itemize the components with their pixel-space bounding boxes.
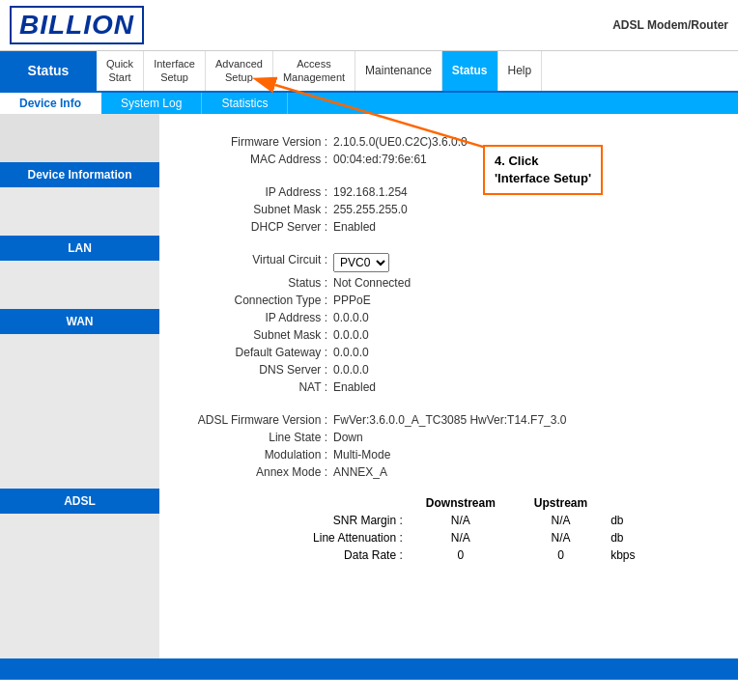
snr-row: SNR Margin : N/A N/A db xyxy=(252,512,645,529)
lan-dhcp-label: DHCP Server : xyxy=(179,220,333,234)
wan-vc-label: Virtual Circuit : xyxy=(179,253,333,272)
rate-up: 0 xyxy=(515,546,607,564)
nav-access-management[interactable]: Access Management xyxy=(273,51,355,91)
wan-dns-value: 0.0.0.0 xyxy=(333,363,369,377)
atten-up: N/A xyxy=(515,529,607,546)
lan-ip-value: 192.168.1.254 xyxy=(333,185,408,199)
wan-gateway-row: Default Gateway : 0.0.0.0 xyxy=(179,344,719,361)
atten-unit: db xyxy=(607,529,645,546)
nav-quick-start[interactable]: Quick Start xyxy=(97,51,144,91)
wan-status-row: Status : Not Connected xyxy=(179,274,719,292)
wan-dns-label: DNS Server : xyxy=(179,363,333,377)
wan-nat-label: NAT : xyxy=(179,380,333,394)
wan-conntype-value: PPPoE xyxy=(333,294,371,307)
lan-subnet-row: Subnet Mask : 255.255.255.0 xyxy=(179,201,719,218)
lan-dhcp-value: Enabled xyxy=(333,220,376,234)
adsl-annex-label: Annex Mode : xyxy=(179,465,333,479)
mac-value: 00:04:ed:79:6e:61 xyxy=(333,153,427,166)
rate-label: Data Rate : xyxy=(252,546,407,564)
device-type-label: ADSL Modem/Router xyxy=(612,18,728,32)
lan-dhcp-row: DHCP Server : Enabled xyxy=(179,218,719,236)
wan-vc-select[interactable]: PVC0PVC1PVC2 xyxy=(333,253,389,272)
snr-down: N/A xyxy=(407,512,515,529)
wan-status-label: Status : xyxy=(179,276,333,290)
footer xyxy=(0,658,738,680)
adsl-firmware-label: ADSL Firmware Version : xyxy=(179,413,333,427)
firmware-value: 2.10.5.0(UE0.C2C)3.6.0.0 xyxy=(333,135,468,149)
mac-row: MAC Address : 00:04:ed:79:6e:61 xyxy=(179,151,719,168)
adsl-modulation-value: Multi-Mode xyxy=(333,448,390,462)
adsl-firmware-row: ADSL Firmware Version : FwVer:3.6.0.0_A_… xyxy=(179,411,719,429)
main-content: Device Information LAN WAN ADSL Firmware… xyxy=(0,114,738,658)
atten-row: Line Attenuation : N/A N/A db xyxy=(252,529,645,546)
sidebar-device-info: Device Information xyxy=(0,162,159,187)
lan-subnet-value: 255.255.255.0 xyxy=(333,203,408,216)
header: BILLION ADSL Modem/Router xyxy=(0,0,738,51)
snr-unit: db xyxy=(607,512,645,529)
wan-nat-value: Enabled xyxy=(333,380,376,394)
sidebar-lan: LAN xyxy=(0,236,159,261)
atten-down: N/A xyxy=(407,529,515,546)
wan-subnet-value: 0.0.0.0 xyxy=(333,328,369,342)
mac-label: MAC Address : xyxy=(179,153,333,166)
adsl-annex-value: ANNEX_A xyxy=(333,465,387,479)
nav-maintenance[interactable]: Maintenance xyxy=(355,51,442,91)
nav-status[interactable]: Status xyxy=(442,51,498,91)
firmware-label: Firmware Version : xyxy=(179,135,333,149)
wan-vc-value: PVC0PVC1PVC2 xyxy=(333,253,389,272)
adsl-linestate-row: Line State : Down xyxy=(179,429,719,446)
subnav-device-info[interactable]: Device Info xyxy=(0,93,101,114)
content-area: Firmware Version : 2.10.5.0(UE0.C2C)3.6.… xyxy=(159,114,738,658)
wan-subnet-label: Subnet Mask : xyxy=(179,328,333,342)
adsl-modulation-row: Modulation : Multi-Mode xyxy=(179,446,719,463)
subnav-system-log[interactable]: System Log xyxy=(101,93,202,114)
wan-conntype-label: Connection Type : xyxy=(179,294,333,307)
snr-label: SNR Margin : xyxy=(252,512,407,529)
wan-gateway-label: Default Gateway : xyxy=(179,346,333,359)
subnav: Device Info System Log Statistics xyxy=(0,93,738,114)
atten-label: Line Attenuation : xyxy=(252,529,407,546)
nav-interface-setup[interactable]: Interface Setup xyxy=(144,51,206,91)
adsl-linestate-value: Down xyxy=(333,431,363,444)
wan-conntype-row: Connection Type : PPPoE xyxy=(179,292,719,309)
nav-help[interactable]: Help xyxy=(498,51,543,91)
sidebar: Device Information LAN WAN ADSL xyxy=(0,114,159,658)
subnav-statistics[interactable]: Statistics xyxy=(202,93,288,114)
wan-subnet-row: Subnet Mask : 0.0.0.0 xyxy=(179,326,719,344)
sidebar-adsl: ADSL xyxy=(0,489,159,514)
downstream-header: Downstream xyxy=(407,494,515,512)
nav-status-tab[interactable]: Status xyxy=(0,51,97,91)
wan-ip-label: IP Address : xyxy=(179,311,333,324)
rate-row: Data Rate : 0 0 kbps xyxy=(252,546,645,564)
logo: BILLION xyxy=(10,6,144,44)
wan-dns-row: DNS Server : 0.0.0.0 xyxy=(179,361,719,378)
upstream-header: Upstream xyxy=(515,494,607,512)
lan-ip-label: IP Address : xyxy=(179,185,333,199)
nav-advanced-setup[interactable]: Advanced Setup xyxy=(206,51,273,91)
rate-down: 0 xyxy=(407,546,515,564)
snr-up: N/A xyxy=(515,512,607,529)
wan-ip-value: 0.0.0.0 xyxy=(333,311,369,324)
adsl-firmware-value: FwVer:3.6.0.0_A_TC3085 HwVer:T14.F7_3.0 xyxy=(333,413,566,427)
wan-vc-row: Virtual Circuit : PVC0PVC1PVC2 xyxy=(179,251,719,274)
rate-unit: kbps xyxy=(607,546,645,564)
navbar: Status Quick Start Interface Setup Advan… xyxy=(0,51,738,93)
wan-status-value: Not Connected xyxy=(333,276,411,290)
adsl-stats-table: Downstream Upstream SNR Margin : N/A N/A… xyxy=(252,494,645,564)
wan-nat-row: NAT : Enabled xyxy=(179,378,719,396)
lan-subnet-label: Subnet Mask : xyxy=(179,203,333,216)
wan-ip-row: IP Address : 0.0.0.0 xyxy=(179,309,719,326)
adsl-linestate-label: Line State : xyxy=(179,431,333,444)
firmware-row: Firmware Version : 2.10.5.0(UE0.C2C)3.6.… xyxy=(179,133,719,151)
sidebar-wan: WAN xyxy=(0,309,159,334)
adsl-annex-row: Annex Mode : ANNEX_A xyxy=(179,463,719,481)
wan-gateway-value: 0.0.0.0 xyxy=(333,346,369,359)
adsl-modulation-label: Modulation : xyxy=(179,448,333,462)
lan-ip-row: IP Address : 192.168.1.254 xyxy=(179,183,719,201)
